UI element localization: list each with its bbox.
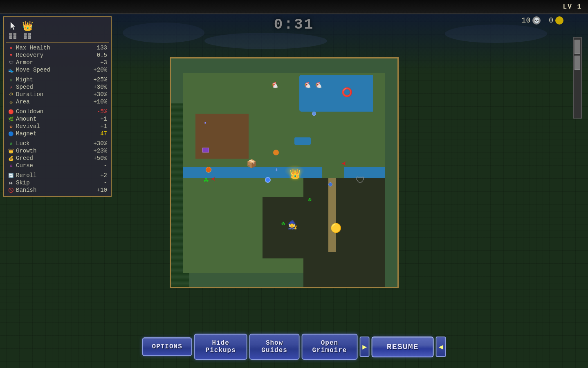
- chicken-2: 🐔: [304, 82, 311, 89]
- magnet-value: 47: [89, 130, 107, 137]
- skulls-value: 10: [522, 16, 531, 25]
- open-grimoire-button[interactable]: Open Grimoire: [302, 334, 358, 360]
- area-value: +10%: [89, 99, 107, 105]
- cloud-wisp-3: [445, 25, 547, 43]
- map-clover-2: ☘: [281, 220, 285, 228]
- luck-value: +30%: [89, 140, 107, 147]
- cooldown-icon: 🔴: [8, 108, 14, 115]
- magnet-icon: 🔵: [8, 130, 14, 137]
- map-blue-orb-3: [328, 182, 332, 186]
- movespeed-label: Move Speed: [16, 67, 87, 73]
- stat-row-growth: 👑 Growth +23%: [6, 147, 109, 155]
- map-ring: ⭕: [341, 87, 352, 98]
- map-arrow-1: ➤: [341, 159, 346, 170]
- stat-row-duration: ⏱ Duration +30%: [6, 91, 109, 98]
- crown-dots: [24, 33, 31, 39]
- curse-icon: ☠: [8, 162, 14, 169]
- duration-icon: ⏱: [8, 91, 14, 98]
- currency-display: 10 💀 0: [522, 16, 563, 25]
- stat-row-amount: 🌿 Amount +1: [6, 115, 109, 123]
- growth-value: +23%: [89, 148, 107, 154]
- amount-value: +1: [89, 116, 107, 122]
- hedge-right: [171, 287, 189, 288]
- map-player: 🧙: [287, 220, 298, 230]
- stat-row-reroll: 🔄 Reroll +2: [6, 172, 109, 179]
- coin-icon: [555, 16, 563, 25]
- water-mid-right: [344, 167, 385, 178]
- luck-label: Luck: [16, 140, 87, 147]
- left-arrow-after-resume[interactable]: ◀: [436, 337, 446, 357]
- skulls-counter: 10 💀: [522, 16, 541, 25]
- right-arrow-button[interactable]: ▶: [359, 337, 370, 357]
- luck-icon: ☘: [8, 140, 14, 147]
- stats-panel: 👑 ❤ Max Health 133 ♥ Recovery 0.5 🛡 Armo…: [3, 16, 112, 197]
- map-item-orange: [273, 150, 279, 155]
- stat-row-magnet: 🔵 Magnet 47: [6, 130, 109, 137]
- coins-counter: 0: [549, 16, 563, 25]
- health-icon: ❤: [8, 45, 14, 51]
- stat-row-movespeed: 👟 Move Speed +20%: [6, 66, 109, 74]
- coins-value: 0: [549, 16, 553, 25]
- dark-path-right: [303, 178, 385, 288]
- duration-label: Duration: [16, 91, 87, 98]
- path-v-1: [328, 178, 336, 252]
- resume-button[interactable]: RESUME: [372, 337, 434, 357]
- map-coin: 🟡: [330, 223, 341, 234]
- right-scrollbar[interactable]: [573, 37, 582, 119]
- map-blue-orb-1: [265, 177, 271, 183]
- map-interior: + 🐔 🐔 🐔 ⭕ 📦 👑 ☘ ☘ ☘ 🧙: [171, 58, 397, 287]
- chicken-3: 🐔: [315, 82, 322, 89]
- options-button[interactable]: OPTIONS: [142, 337, 192, 356]
- speed-label: Speed: [16, 84, 87, 90]
- inner-map: + 🐔 🐔 🐔 ⭕ 📦 👑 ☘ ☘ ☘ 🧙: [183, 73, 385, 273]
- water-small: [294, 137, 311, 145]
- map-clover-3: ☘: [308, 196, 312, 203]
- map-clover-1: ☘: [204, 175, 209, 185]
- stat-row-speed: ⚡ Speed +30%: [6, 83, 109, 91]
- stat-row-banish: 🚫 Banish +10: [6, 186, 109, 194]
- movespeed-value: +20%: [89, 67, 107, 73]
- area-label: Area: [16, 99, 87, 105]
- amount-label: Amount: [16, 116, 87, 122]
- revival-label: Revival: [16, 123, 87, 130]
- speed-icon: ⚡: [8, 84, 14, 90]
- might-icon: ⚔: [8, 76, 14, 83]
- stat-row-skip: ⏭ Skip -: [6, 179, 109, 186]
- crown-icon: 👑: [22, 21, 33, 32]
- map-arrow-2: ➤: [211, 174, 215, 184]
- orange-item: [206, 167, 211, 173]
- divider-1: [6, 42, 109, 43]
- reroll-value: +2: [89, 172, 107, 179]
- stat-row-curse: ☠ Curse -: [6, 162, 109, 169]
- timer-display: 0:31: [274, 16, 314, 33]
- bottom-buttons: OPTIONS Hide Pickups Show Guides Open Gr…: [142, 334, 446, 360]
- banish-icon: 🚫: [8, 187, 14, 193]
- recovery-label: Recovery: [16, 52, 87, 58]
- might-label: Might: [16, 76, 87, 83]
- curse-value: -: [89, 162, 107, 169]
- stat-row-luck: ☘ Luck +30%: [6, 140, 109, 147]
- greed-value: +50%: [89, 155, 107, 162]
- scrollbar-block-1: [575, 40, 580, 54]
- might-value: +25%: [89, 76, 107, 83]
- revival-value: +1: [89, 123, 107, 130]
- duration-value: +30%: [89, 91, 107, 98]
- speed-value: +30%: [89, 84, 107, 90]
- greed-label: Greed: [16, 155, 87, 162]
- stat-row-health: ❤ Max Health 133: [6, 44, 109, 52]
- area-icon: ◎: [8, 99, 14, 105]
- recovery-value: 0.5: [89, 52, 107, 58]
- cloud-wisp-2: [204, 33, 327, 49]
- movespeed-icon: 👟: [8, 67, 14, 73]
- water-top-right: [299, 75, 373, 112]
- stat-row-revival: ☯ Revival +1: [6, 123, 109, 130]
- cooldown-value: -5%: [89, 108, 107, 115]
- scrollbar-block-2: [575, 56, 580, 70]
- curse-label: Curse: [16, 162, 87, 169]
- skip-value: -: [89, 180, 107, 186]
- show-guides-button[interactable]: Show Guides: [249, 334, 300, 360]
- chicken-1: 🐔: [271, 82, 278, 89]
- revival-icon: ☯: [8, 123, 14, 130]
- top-bar: LV 1: [0, 0, 588, 14]
- hide-pickups-button[interactable]: Hide Pickups: [194, 334, 247, 360]
